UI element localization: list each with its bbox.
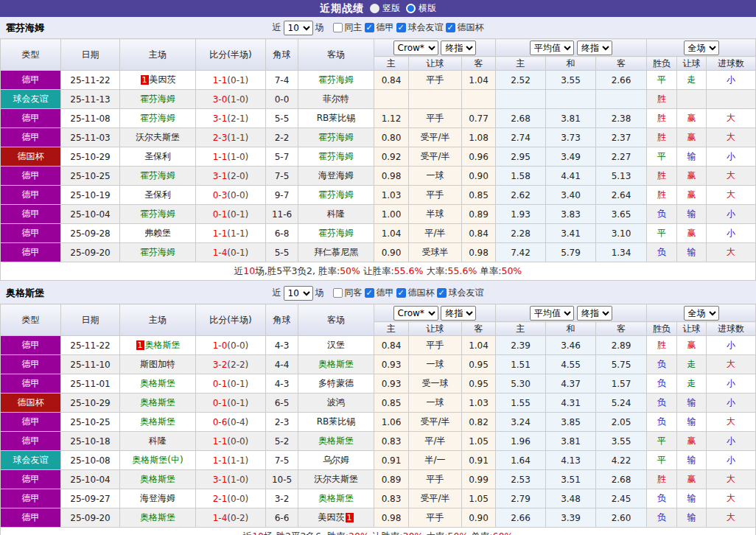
halftime-score: (0-0) <box>227 436 248 447</box>
avg-period-select[interactable]: 终指 <box>577 306 612 321</box>
team-label: 霍芬海姆 <box>140 113 175 123</box>
odds-company-select[interactable]: Crow* <box>393 306 438 321</box>
league-checkbox-德国杯[interactable]: ✓ <box>446 23 455 32</box>
home-team-cell: 沃尔夫斯堡 <box>120 128 196 147</box>
result-cell-1: 输 <box>677 489 707 508</box>
avg-type-select[interactable]: 平均值 <box>530 41 574 55</box>
result-cell-0: 平 <box>647 432 677 451</box>
fulltime-score: 1-0 <box>213 340 228 351</box>
match-type-cell: 德甲 <box>1 470 61 489</box>
team-section: 奥格斯堡 近 10 场 同客 ✓德甲✓德国杯✓球会友谊 类型 日期 主场 比分(… <box>0 282 756 535</box>
matches-count-select[interactable]: 10 <box>284 286 313 301</box>
result-cell-1 <box>677 90 707 109</box>
result-cell-2: 大 <box>707 128 756 147</box>
col-header-home: 主场 <box>120 39 196 71</box>
fulltime-score: 3-0 <box>213 94 228 105</box>
match-date-cell: 25-10-25 <box>61 413 120 432</box>
league-checkbox-德甲[interactable]: ✓ <box>365 288 374 298</box>
odds-company-select[interactable]: Crow* <box>393 41 438 55</box>
team-label: 科隆 <box>149 436 167 446</box>
avg-cell-2: 3.55 <box>596 432 647 451</box>
avg-cell-0: 2.53 <box>496 470 546 489</box>
result-cell-2: 大 <box>707 489 756 508</box>
team-label: 拜仁慕尼黑 <box>314 247 358 257</box>
avg-cell-1: 3.81 <box>546 109 596 128</box>
layout-option-horizontal[interactable]: 横版 <box>406 2 436 15</box>
radio-unchecked-icon[interactable] <box>370 4 379 13</box>
summary-segment: 55.6% <box>448 265 477 276</box>
score-cell: 1-1(1-0) <box>196 147 266 167</box>
odds-cell-2 <box>462 90 496 109</box>
match-date-cell: 25-10-18 <box>61 432 120 451</box>
avg-cell-0: 2.62 <box>496 186 546 205</box>
corner-cell: 11-6 <box>266 205 298 224</box>
avg-period-select[interactable]: 终指 <box>577 41 612 55</box>
league-checkbox-球会友谊[interactable]: ✓ <box>396 23 406 32</box>
avg-cell-2: 1.34 <box>596 243 647 262</box>
result-cell-2: 大 <box>707 186 756 205</box>
league-checkbox-德国杯[interactable]: ✓ <box>396 288 406 298</box>
league-checkbox-德甲[interactable]: ✓ <box>365 23 374 32</box>
summary-row: 近10场,胜2平2负6, 胜率:20% 让胜率:30% 大率:50% 单率:60… <box>1 528 756 535</box>
scope-select[interactable]: 全场 <box>684 306 719 321</box>
matches-count-select[interactable]: 10 <box>284 21 313 35</box>
score-cell: 0-3(0-0) <box>196 186 266 205</box>
avg-cell-1 <box>546 90 596 109</box>
corner-cell: 4-3 <box>266 336 298 355</box>
home-team-cell: 1美因茨 <box>120 71 196 90</box>
odds-cell-1: 受平/半 <box>409 147 462 167</box>
odds-cell-0: 0.91 <box>374 451 409 470</box>
odds-cell-0 <box>374 90 409 109</box>
league-checkbox-球会友谊[interactable]: ✓ <box>437 288 447 298</box>
match-date-cell: 25-11-22 <box>61 71 120 90</box>
result-cell-2: 小 <box>707 205 756 224</box>
summary-segment: 大率: <box>423 265 447 276</box>
result-cell-2: 大 <box>707 413 756 432</box>
scope-select[interactable]: 全场 <box>684 41 719 55</box>
result-cell-0: 胜 <box>647 109 677 128</box>
odds-cell-0: 0.80 <box>374 128 409 147</box>
fulltime-score: 1-1 <box>213 228 228 239</box>
team-label: 奥格斯堡 <box>140 474 175 484</box>
team-name: 霍芬海姆 <box>6 21 44 35</box>
team-label: 霍芬海姆 <box>140 247 175 257</box>
summary-segment: 60% <box>493 531 514 535</box>
odds-period-select[interactable]: 终指 <box>441 41 476 55</box>
avg-cell-1: 4.37 <box>546 374 596 394</box>
team-label: 圣保利 <box>144 189 171 200</box>
layout-option-vertical[interactable]: 竖版 <box>370 2 400 15</box>
match-type-cell: 德国杯 <box>1 394 61 413</box>
team-label: 沃尔夫斯堡 <box>314 474 358 484</box>
odds-cell-2: 0.84 <box>462 224 496 243</box>
halftime-score: (0-1) <box>227 75 248 85</box>
avg-cell-2: 2.45 <box>596 489 647 508</box>
match-date-cell: 25-09-20 <box>61 508 120 528</box>
corner-cell: 6-8 <box>266 224 298 243</box>
match-row: 德甲 25-11-08 霍芬海姆 3-1(2-1) 5-5 RB莱比锡 1.12… <box>1 109 756 128</box>
avg-cell-2: 5.75 <box>596 355 647 374</box>
avg-type-select[interactable]: 平均值 <box>530 306 574 321</box>
summary-row: 近10场,胜5平3负2, 胜率:50% 让胜率:55.6% 大率:55.6% 单… <box>1 262 756 281</box>
radio-checked-icon[interactable] <box>406 4 416 13</box>
home-team-cell: 霍芬海姆 <box>120 167 196 186</box>
team-label: 汉堡 <box>327 340 345 350</box>
home-team-cell: 1奥格斯堡 <box>120 336 196 355</box>
odds-cell-0: 0.93 <box>374 355 409 374</box>
odds-period-select[interactable]: 终指 <box>441 306 476 321</box>
team-label: 奥格斯堡(中) <box>132 455 183 465</box>
team-label: 美因茨 <box>150 74 176 85</box>
same-venue-checkbox[interactable] <box>333 288 343 298</box>
fulltime-score: 0-1 <box>213 398 228 408</box>
col-header-odds-0: 主 <box>374 57 409 71</box>
col-header-score: 比分(半场) <box>196 39 266 71</box>
col-header-away: 客场 <box>298 304 374 336</box>
match-date-cell: 25-11-22 <box>61 336 120 355</box>
sections-container: 霍芬海姆 近 10 场 同主 ✓德甲✓球会友谊✓德国杯 类型 日期 主场 比分(… <box>0 17 756 535</box>
same-venue-checkbox[interactable] <box>333 23 343 32</box>
summary-segment: 场,胜5平3负2, 胜率: <box>255 265 340 276</box>
match-row: 德甲 25-11-03 沃尔夫斯堡 2-3(1-1) 2-2 霍芬海姆 0.80… <box>1 128 756 147</box>
corner-cell: 5-7 <box>266 147 298 167</box>
avg-cell-0: 3.24 <box>496 413 546 432</box>
summary-segment: 10 <box>243 265 255 276</box>
games-label: 场 <box>315 287 324 299</box>
